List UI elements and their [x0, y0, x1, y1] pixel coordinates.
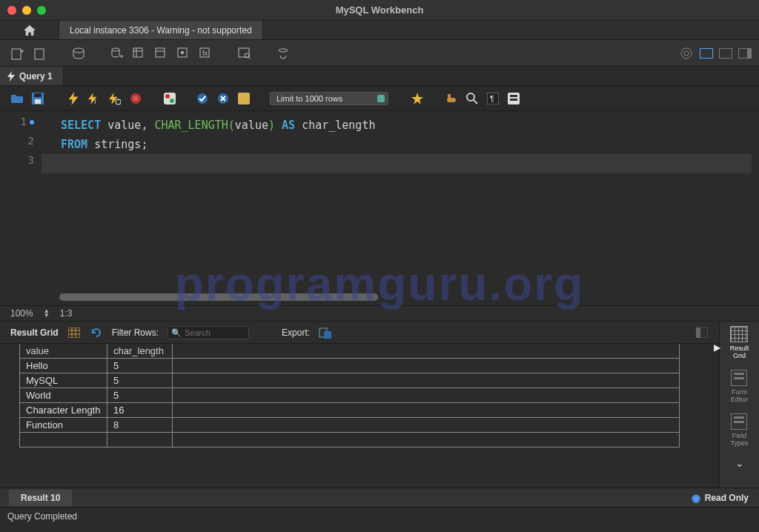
- execute-icon[interactable]: [67, 92, 80, 105]
- table-row-empty[interactable]: [20, 433, 680, 448]
- export-icon[interactable]: [319, 326, 332, 339]
- status-bar: Query Completed: [0, 507, 759, 525]
- table-row[interactable]: Character Length16: [20, 403, 680, 418]
- table-row[interactable]: World5: [20, 388, 680, 403]
- svg-rect-25: [35, 99, 41, 104]
- snippets-icon[interactable]: [507, 92, 520, 105]
- connection-tab[interactable]: Local instance 3306 - Warning - not supp…: [59, 21, 263, 39]
- result-tab[interactable]: Result 10: [9, 490, 72, 506]
- home-tab[interactable]: [0, 21, 59, 39]
- create-table-icon[interactable]: [132, 46, 147, 61]
- explain-icon[interactable]: [108, 92, 122, 105]
- table-header-row: value char_length: [20, 344, 680, 359]
- table-row[interactable]: Function8: [20, 418, 680, 433]
- kw-as: AS: [282, 119, 295, 132]
- search-table-data-icon[interactable]: [237, 46, 252, 61]
- svg-point-27: [116, 99, 121, 104]
- stop-icon[interactable]: [129, 92, 142, 105]
- kw-from: FROM: [61, 138, 87, 151]
- svg-text:¶: ¶: [490, 95, 494, 103]
- cell-value[interactable]: Hello: [20, 359, 107, 373]
- col-header-value[interactable]: value: [20, 344, 107, 359]
- toggle-right-panel-icon[interactable]: [738, 48, 752, 59]
- toggle-whitespace-icon[interactable]: [237, 92, 251, 105]
- cell-value[interactable]: Character Length: [20, 403, 107, 418]
- row-limit-label: Limit to 1000 rows: [276, 94, 342, 103]
- side-form-editor[interactable]: Form Editor: [731, 370, 749, 403]
- zoom-percent: 100%: [10, 308, 33, 319]
- commit-icon[interactable]: [196, 92, 209, 105]
- svg-rect-39: [448, 94, 451, 99]
- rollback-icon[interactable]: [216, 92, 230, 105]
- zoom-stepper[interactable]: ▲▼: [44, 309, 50, 318]
- result-grid-toggle-icon[interactable]: [67, 326, 81, 339]
- tbl-strings: strings: [94, 138, 141, 151]
- home-icon: [23, 24, 36, 36]
- cell-charlength[interactable]: 5: [107, 373, 173, 388]
- svg-text:I: I: [94, 97, 96, 104]
- row-limit-select[interactable]: Limit to 1000 rows: [270, 92, 388, 105]
- alias-charlength: char_length: [302, 119, 375, 132]
- side-caret-icon[interactable]: ▶: [714, 342, 720, 353]
- toggle-left-panel-icon[interactable]: [700, 48, 713, 59]
- cell-value[interactable]: World: [20, 388, 107, 403]
- reconnect-icon[interactable]: [276, 46, 291, 61]
- execute-current-icon[interactable]: I: [87, 92, 101, 105]
- result-table[interactable]: value char_length Hello5MySQL5World5Char…: [0, 344, 719, 488]
- export-label: Export:: [282, 327, 310, 338]
- svg-rect-53: [324, 331, 331, 339]
- table-row[interactable]: Hello5: [20, 359, 680, 373]
- cell-pad: [173, 433, 680, 448]
- cell-empty[interactable]: [107, 433, 173, 448]
- cell-value[interactable]: Function: [20, 418, 107, 433]
- svg-point-20: [279, 49, 288, 52]
- toggle-autocommit-icon[interactable]: [163, 92, 176, 105]
- cell-charlength[interactable]: 8: [107, 418, 173, 433]
- editor-horizontal-scrollbar[interactable]: [59, 293, 378, 301]
- create-schema-icon[interactable]: [110, 46, 125, 61]
- side-result-grid-label: Result Grid: [730, 345, 749, 359]
- create-function-icon[interactable]: fx: [199, 46, 213, 61]
- create-view-icon[interactable]: [154, 46, 169, 61]
- wrap-icon[interactable]: ¶: [486, 92, 500, 105]
- current-line-highlight: [42, 154, 752, 173]
- cell-pad: [173, 388, 680, 403]
- connection-tab-label: Local instance 3306 - Warning - not supp…: [70, 25, 252, 36]
- svg-point-4: [73, 48, 84, 53]
- table-row[interactable]: MySQL5: [20, 373, 680, 388]
- svg-rect-11: [156, 48, 165, 57]
- cell-empty[interactable]: [20, 433, 107, 448]
- cell-charlength[interactable]: 16: [107, 403, 173, 418]
- settings-icon[interactable]: [679, 46, 694, 61]
- lightning-icon: [7, 71, 15, 82]
- invisible-chars-icon[interactable]: [465, 92, 479, 105]
- save-file-icon[interactable]: [31, 92, 44, 105]
- server-status-icon[interactable]: [71, 46, 86, 61]
- find-icon[interactable]: [445, 92, 458, 105]
- open-file-icon[interactable]: [10, 92, 24, 105]
- svg-rect-24: [34, 93, 42, 97]
- titlebar: MySQL Workbench: [0, 0, 759, 21]
- svg-point-33: [197, 93, 208, 104]
- chevron-down-icon[interactable]: ⌄: [735, 457, 744, 469]
- code-area[interactable]: SELECT value, CHAR_LENGTH(value) AS char…: [61, 116, 752, 154]
- toggle-bottom-panel-icon[interactable]: [719, 48, 732, 59]
- svg-rect-45: [510, 95, 517, 97]
- beautify-icon[interactable]: [411, 92, 424, 105]
- readonly-indicator: ◉ Read Only: [692, 492, 749, 504]
- cell-charlength[interactable]: 5: [107, 388, 173, 403]
- svg-point-40: [467, 93, 474, 101]
- col-header-charlength[interactable]: char_length: [107, 344, 173, 359]
- new-sql-tab-icon[interactable]: [10, 46, 25, 61]
- side-field-types[interactable]: Field Types: [730, 413, 748, 447]
- side-result-grid[interactable]: Result Grid: [730, 326, 749, 359]
- cell-value[interactable]: MySQL: [20, 373, 107, 388]
- query-tab[interactable]: Query 1: [0, 67, 64, 85]
- open-sql-file-icon[interactable]: [33, 46, 47, 61]
- refresh-icon[interactable]: [90, 326, 103, 339]
- svg-rect-8: [133, 48, 142, 57]
- wrap-cell-icon[interactable]: [695, 326, 709, 339]
- cell-charlength[interactable]: 5: [107, 359, 173, 373]
- create-procedure-icon[interactable]: [176, 46, 191, 61]
- sql-editor[interactable]: 1 2 3 SELECT value, CHAR_LENGTH(value) A…: [0, 111, 759, 305]
